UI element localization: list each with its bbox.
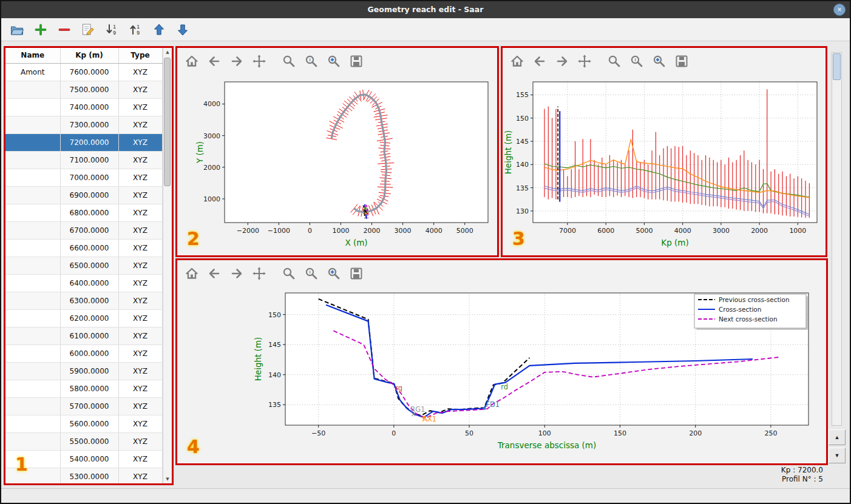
svg-text:4000: 4000 — [674, 227, 691, 235]
open-icon[interactable] — [10, 22, 24, 37]
table-row[interactable]: 6300.0000XYZ — [5, 292, 162, 309]
scroll-down-icon[interactable]: ▼ — [163, 475, 172, 483]
table-row[interactable]: 5900.0000XYZ — [5, 362, 162, 380]
forward-icon[interactable] — [555, 54, 569, 69]
svg-text:9: 9 — [113, 30, 116, 36]
pan-icon[interactable] — [252, 54, 266, 69]
table-scrollbar-thumb[interactable] — [164, 58, 171, 186]
plan-chart[interactable]: −2000−1000010002000300040005000100020003… — [177, 75, 497, 255]
zoom-original-icon[interactable]: i — [304, 54, 319, 69]
scroll-up-icon[interactable]: ▲ — [163, 48, 172, 56]
table-row[interactable]: 5600.0000XYZ — [5, 415, 162, 432]
column-header[interactable]: Type — [118, 48, 162, 63]
zoom-icon[interactable] — [282, 54, 296, 69]
table-row[interactable]: 5500.0000XYZ — [5, 432, 162, 450]
svg-text:1000: 1000 — [203, 195, 220, 203]
zoom-fit-icon[interactable] — [652, 54, 666, 69]
back-icon[interactable] — [532, 54, 547, 69]
longitudinal-chart[interactable]: 7000600050004000300020001000130135140145… — [503, 75, 826, 255]
name-cell — [5, 169, 60, 186]
svg-text:145: 145 — [268, 341, 281, 349]
save-icon[interactable] — [674, 54, 689, 69]
table-row[interactable]: 6000.0000XYZ — [5, 344, 162, 362]
table-row[interactable]: 5700.0000XYZ — [5, 397, 162, 415]
titlebar[interactable]: Geometry reach edit - Saar × — [1, 1, 850, 18]
table-row[interactable]: 7200.0000XYZ — [5, 133, 162, 151]
window-title: Geometry reach edit - Saar — [1, 1, 850, 18]
zoom-icon[interactable] — [607, 54, 622, 69]
remove-icon[interactable] — [57, 22, 72, 37]
vertical-scrollbar[interactable] — [832, 52, 842, 426]
back-icon[interactable] — [207, 266, 222, 281]
sort-descending-icon[interactable]: 19 — [104, 22, 119, 37]
home-icon[interactable] — [185, 266, 199, 281]
profile-up-button[interactable]: ▲ — [829, 429, 846, 445]
zoom-fit-icon[interactable] — [327, 266, 341, 281]
profile-down-button[interactable]: ▼ — [829, 448, 846, 463]
cross-sections-table-panel: NameKp (m)Type Amont7600.0000XYZ7500.000… — [4, 46, 174, 485]
table-row[interactable]: 5400.0000XYZ — [5, 450, 162, 468]
save-icon[interactable] — [349, 54, 364, 69]
close-button[interactable]: × — [833, 4, 846, 16]
forward-icon[interactable] — [229, 54, 244, 69]
table-row[interactable]: 5800.0000XYZ — [5, 380, 162, 397]
table-row[interactable]: 6500.0000XYZ — [5, 257, 162, 274]
back-icon[interactable] — [207, 54, 222, 69]
move-down-icon[interactable] — [175, 22, 190, 37]
cross-section-panel: i −50050100150200250135140145150Transver… — [175, 258, 828, 465]
table-row[interactable]: Amont7600.0000XYZ — [5, 63, 162, 81]
table-row[interactable]: 7300.0000XYZ — [5, 116, 162, 133]
kp-cell: 5300.0000 — [60, 468, 118, 485]
plan-toolbar: i — [177, 48, 497, 75]
add-icon[interactable] — [33, 22, 48, 37]
zoom-fit-icon[interactable] — [327, 54, 341, 69]
kp-cell: 6800.0000 — [60, 204, 118, 221]
pan-icon[interactable] — [252, 266, 266, 281]
edit-icon[interactable] — [81, 22, 95, 37]
vertical-scrollbar-thumb[interactable] — [833, 53, 841, 80]
kp-cell: 7400.0000 — [60, 98, 118, 116]
kp-cell: 5500.0000 — [60, 432, 118, 450]
kp-cell: 6000.0000 — [60, 344, 118, 362]
name-cell — [5, 432, 60, 450]
svg-text:145: 145 — [516, 138, 529, 146]
table-row[interactable]: 7500.0000XYZ — [5, 81, 162, 98]
cross-section-chart[interactable]: −50050100150200250135140145150Transverse… — [177, 287, 826, 463]
table-row[interactable]: 6100.0000XYZ — [5, 327, 162, 344]
table-row[interactable]: 7100.0000XYZ — [5, 151, 162, 169]
table-row[interactable]: 5300.0000XYZ — [5, 468, 162, 485]
svg-text:FD1: FD1 — [486, 400, 500, 409]
kp-cell: 6400.0000 — [60, 274, 118, 292]
table-row[interactable]: 7000.0000XYZ — [5, 169, 162, 186]
home-icon[interactable] — [185, 54, 199, 69]
table-row[interactable]: 6800.0000XYZ — [5, 204, 162, 221]
kp-cell: 6700.0000 — [60, 221, 118, 239]
table-scrollbar[interactable]: ▲ ▼ — [163, 48, 172, 483]
save-icon[interactable] — [349, 266, 364, 281]
table-row[interactable]: 7400.0000XYZ — [5, 98, 162, 116]
svg-text:6000: 6000 — [597, 227, 614, 235]
kp-cell: 5800.0000 — [60, 380, 118, 397]
status-text: Kp : 7200.0 Profil N° : 5 — [781, 466, 823, 484]
sort-ascending-icon[interactable]: 19 — [128, 22, 143, 37]
zoom-original-icon[interactable]: i — [304, 266, 319, 281]
app-window: Geometry reach edit - Saar × 1919 NameKp… — [0, 0, 851, 504]
move-up-icon[interactable] — [152, 22, 166, 37]
pan-icon[interactable] — [577, 54, 592, 69]
zoom-icon[interactable] — [282, 266, 296, 281]
table-row[interactable]: 6400.0000XYZ — [5, 274, 162, 292]
svg-text:4000: 4000 — [426, 227, 442, 235]
name-cell: Amont — [5, 63, 60, 81]
table-row[interactable]: 6200.0000XYZ — [5, 309, 162, 327]
type-cell: XYZ — [118, 415, 162, 432]
type-cell: XYZ — [118, 186, 162, 204]
home-icon[interactable] — [510, 54, 524, 69]
table-row[interactable]: 6600.0000XYZ — [5, 239, 162, 257]
column-header[interactable]: Name — [5, 48, 60, 63]
forward-icon[interactable] — [229, 266, 244, 281]
type-cell: XYZ — [118, 204, 162, 221]
table-row[interactable]: 6700.0000XYZ — [5, 221, 162, 239]
table-row[interactable]: 6900.0000XYZ — [5, 186, 162, 204]
zoom-original-icon[interactable]: i — [629, 54, 644, 69]
column-header[interactable]: Kp (m) — [60, 48, 118, 63]
